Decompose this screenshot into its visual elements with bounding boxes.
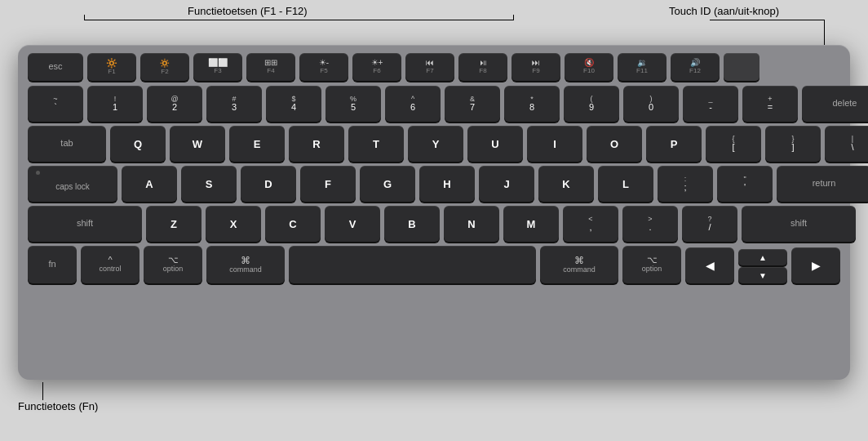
key-arrow-left[interactable]: ◀ [685, 247, 734, 283]
key-a[interactable]: A [122, 166, 177, 202]
key-fn[interactable]: fn [28, 246, 77, 283]
key-space[interactable] [289, 246, 536, 283]
key-x[interactable]: X [206, 206, 261, 242]
touch-id-annotation: Touch ID (aan/uit-knop) [669, 5, 779, 17]
page-container: Functietoetsen (F1 - F12) Touch ID (aan/… [0, 0, 868, 441]
key-f7[interactable]: ⏮ F7 [405, 53, 454, 81]
key-f12[interactable]: 🔊 F12 [671, 53, 720, 81]
key-f3[interactable]: ⬜⬜ F3 [193, 53, 242, 81]
key-arrow-up[interactable]: ▲ [738, 249, 787, 265]
key-u[interactable]: U [467, 126, 523, 162]
key-lbracket[interactable]: { [ [706, 126, 761, 162]
key-p[interactable]: P [646, 126, 702, 162]
key-tab[interactable]: tab [28, 126, 106, 162]
key-r[interactable]: R [289, 126, 344, 162]
key-q[interactable]: Q [110, 126, 166, 162]
key-w[interactable]: W [170, 126, 225, 162]
key-m[interactable]: M [503, 206, 559, 242]
key-8[interactable]: * 8 [504, 86, 560, 122]
key-0[interactable]: ) 0 [623, 86, 679, 122]
key-3[interactable]: # 3 [206, 86, 262, 122]
key-9[interactable]: ( 9 [564, 86, 619, 122]
key-semicolon[interactable]: : ; [658, 166, 713, 202]
key-5[interactable]: % 5 [326, 86, 381, 122]
key-o[interactable]: O [587, 126, 642, 162]
key-n[interactable]: N [444, 206, 499, 242]
function-keys-annotation: Functietoetsen (F1 - F12) [188, 5, 308, 17]
key-option-right[interactable]: ⌥ option [622, 246, 681, 283]
key-t[interactable]: T [348, 126, 404, 162]
key-comma[interactable]: < , [563, 206, 618, 242]
key-f5[interactable]: ☀- F5 [299, 53, 348, 81]
key-v[interactable]: V [325, 206, 380, 242]
key-c[interactable]: C [265, 206, 321, 242]
key-shift-left[interactable]: shift [28, 206, 142, 242]
key-f9[interactable]: ⏭ F9 [512, 53, 560, 81]
key-slash[interactable]: ? / [682, 206, 737, 242]
key-z[interactable]: Z [146, 206, 202, 242]
key-s[interactable]: S [181, 166, 237, 202]
fn-annotation: Functietoets (Fn) [18, 400, 98, 412]
key-f1[interactable]: 🔆 F1 [87, 53, 136, 81]
key-touch-id[interactable] [724, 53, 760, 81]
key-i[interactable]: I [527, 126, 582, 162]
key-d[interactable]: D [241, 166, 296, 202]
key-j[interactable]: J [479, 166, 534, 202]
key-f2[interactable]: 🔅 F2 [140, 53, 189, 81]
key-option-left[interactable]: ⌥ option [144, 246, 202, 283]
key-f11[interactable]: 🔉 F11 [618, 53, 666, 81]
key-f4[interactable]: ⊞⊞ F4 [246, 53, 295, 81]
key-control-left[interactable]: ^ control [81, 246, 140, 283]
keyboard: esc 🔆 F1 🔅 F2 ⬜⬜ F3 ⊞⊞ F4 ☀- F5 [18, 45, 850, 380]
key-g[interactable]: G [360, 166, 415, 202]
key-k[interactable]: K [538, 166, 594, 202]
key-y[interactable]: Y [408, 126, 463, 162]
key-return[interactable]: return [777, 166, 868, 202]
key-caps-lock[interactable]: caps lock [28, 166, 117, 202]
key-esc[interactable]: esc [28, 53, 83, 81]
key-6[interactable]: ^ 6 [385, 86, 441, 122]
key-b[interactable]: B [384, 206, 440, 242]
key-4[interactable]: $ 4 [266, 86, 321, 122]
key-7[interactable]: & 7 [445, 86, 500, 122]
key-minus[interactable]: _ - [683, 86, 738, 122]
key-1[interactable]: ! 1 [87, 86, 143, 122]
key-command-right[interactable]: ⌘ command [540, 246, 618, 283]
key-equals[interactable]: + = [742, 86, 798, 122]
key-e[interactable]: E [229, 126, 285, 162]
key-h[interactable]: H [419, 166, 475, 202]
key-arrow-down[interactable]: ▼ [738, 267, 787, 283]
key-backslash[interactable]: | \ [825, 126, 868, 162]
key-rbracket[interactable]: } ] [765, 126, 821, 162]
key-arrow-right[interactable]: ▶ [791, 247, 840, 283]
key-command-left[interactable]: ⌘ command [206, 246, 285, 283]
key-period[interactable]: > . [622, 206, 678, 242]
key-f[interactable]: F [300, 166, 356, 202]
key-delete[interactable]: delete [802, 86, 868, 122]
key-shift-right[interactable]: shift [742, 206, 856, 242]
key-quote[interactable]: " ' [717, 166, 773, 202]
key-2[interactable]: @ 2 [147, 86, 202, 122]
key-backtick[interactable]: ~ ` [28, 86, 83, 122]
key-l[interactable]: L [598, 166, 653, 202]
key-f10[interactable]: 🔇 F10 [565, 53, 613, 81]
key-f8[interactable]: ⏯ F8 [458, 53, 507, 81]
key-f6[interactable]: ☀+ F6 [352, 53, 401, 81]
